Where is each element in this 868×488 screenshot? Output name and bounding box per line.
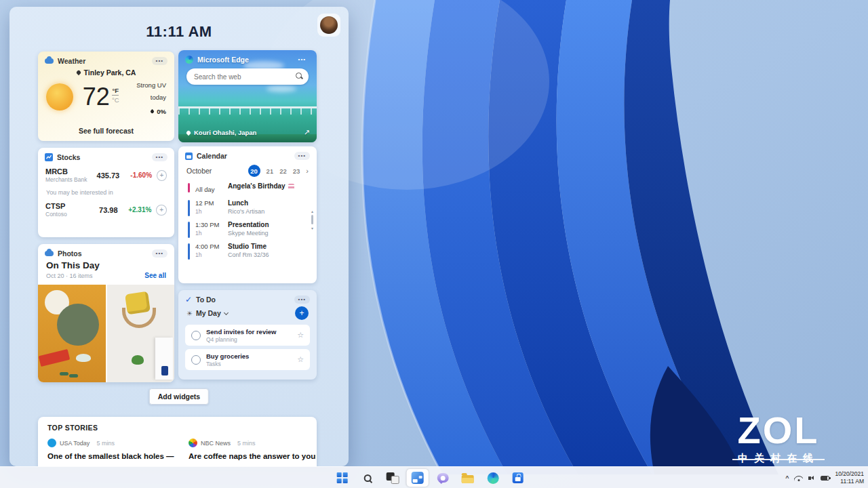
photos-heading: On This Day <box>46 260 100 270</box>
event-title: Studio Time <box>228 243 269 250</box>
photo-thumbnail[interactable] <box>38 285 106 382</box>
event-duration: 1h <box>195 230 222 237</box>
stock-add-button[interactable]: + <box>156 205 167 216</box>
stock-row[interactable]: MRCB Merchants Bank 435.73 -1.60% + <box>38 167 174 183</box>
todo-widget[interactable]: ✓ To Do ••• ☀ My Day + Send invites for … <box>178 290 317 380</box>
weather-cloud-icon <box>45 58 54 64</box>
stock-row[interactable]: CTSP Contoso 73.98 +2.31% + <box>38 202 174 218</box>
weather-widget[interactable]: Weather ••• Tinley Park, CA 72 °F °C Str… <box>38 52 174 141</box>
event-time: 12 PM <box>195 199 222 207</box>
todo-list-selector[interactable]: ☀ My Day + <box>178 306 317 320</box>
search-button[interactable] <box>357 469 378 487</box>
stock-ticker: MRCB <box>45 167 92 176</box>
expand-icon[interactable]: ↗ <box>304 128 310 137</box>
scroll-thumb[interactable] <box>311 215 313 224</box>
volume-icon[interactable] <box>808 475 815 481</box>
start-button[interactable] <box>332 469 353 487</box>
event-time: 1:30 PM <box>195 221 222 228</box>
edge-search-input[interactable] <box>186 68 309 85</box>
photo-location-pin-icon <box>186 129 191 135</box>
see-all-link[interactable]: See all <box>144 272 166 279</box>
taskbar-clock[interactable]: 10/20/2021 11:11 AM <box>835 470 864 485</box>
wifi-icon[interactable] <box>794 475 803 481</box>
todo-task-row[interactable]: Buy groceries Tasks ☆ <box>185 349 310 370</box>
news-story[interactable]: USA Today 5 mins One of the smallest bla… <box>47 439 175 460</box>
task-view-button[interactable] <box>382 469 403 487</box>
battery-icon[interactable] <box>821 476 829 481</box>
microsoft-store-button[interactable] <box>507 469 529 487</box>
task-checkbox[interactable] <box>191 331 201 340</box>
story-headline[interactable]: One of the smallest black holes — and <box>47 452 175 460</box>
hidden-icons-chevron[interactable]: ^ <box>785 474 789 481</box>
todo-list-name: My Day <box>196 309 221 317</box>
task-star-icon[interactable]: ☆ <box>297 331 304 340</box>
panel-clock: 11:11 AM <box>9 23 349 41</box>
stock-ticker: CTSP <box>45 202 94 210</box>
calendar-scrollbar[interactable]: ▴ ▾ <box>311 209 313 230</box>
top-stories-header: TOP STORIES <box>47 424 307 432</box>
todo-task-row[interactable]: Send invites for review Q4 planning ☆ <box>185 325 310 346</box>
stocks-title: Stocks <box>57 153 80 161</box>
calendar-event[interactable]: 1:30 PM 1h Presentation Skype Meeting <box>188 221 317 238</box>
stocks-menu-button[interactable]: ••• <box>152 153 167 161</box>
calendar-menu-button[interactable]: ••• <box>294 152 310 160</box>
story-headline[interactable]: Are coffee naps the answer to your <box>189 452 316 460</box>
scroll-down-icon[interactable]: ▾ <box>311 226 313 230</box>
widgets-button[interactable] <box>407 469 429 487</box>
date-pill-selected[interactable]: 20 <box>248 165 260 177</box>
news-story[interactable]: NBC News 5 mins Are coffee naps the answ… <box>189 439 316 460</box>
stock-add-button[interactable]: + <box>157 170 167 181</box>
taskbar-time: 11:11 AM <box>835 478 864 485</box>
calendar-widget[interactable]: Calendar ••• October 20 21 22 23 › All d… <box>178 146 317 283</box>
calendar-event[interactable]: 12 PM 1h Lunch Rico's Artisan <box>188 199 317 216</box>
task-star-icon[interactable]: ☆ <box>297 355 304 364</box>
system-tray[interactable]: ^ 10/20/2021 11:11 AM <box>785 467 864 488</box>
photo-thumbnail[interactable] <box>107 285 175 382</box>
date-pill[interactable]: 22 <box>279 167 287 175</box>
calendar-event[interactable]: 4:00 PM 1h Studio Time Conf Rm 32/36 <box>188 243 317 260</box>
desktop: ZOL 中关村在线 11:11 AM Weather ••• Tinley Pa… <box>0 0 868 488</box>
todo-title: To Do <box>196 296 216 304</box>
add-widgets-button[interactable]: Add widgets <box>149 388 209 405</box>
todo-menu-button[interactable]: ••• <box>294 296 310 304</box>
stock-price: 73.98 <box>99 206 118 214</box>
top-stories-card: TOP STORIES USA Today 5 mins One of the … <box>38 417 317 466</box>
windows-logo-icon <box>337 472 348 483</box>
unit-celsius[interactable]: °C <box>112 96 119 104</box>
profile-avatar-button[interactable] <box>317 14 340 37</box>
story-source: USA Today <box>60 440 90 447</box>
stock-price: 435.73 <box>97 171 120 180</box>
task-title: Buy groceries <box>206 352 249 360</box>
edge-widget[interactable]: Microsoft Edge ••• Kouri Ohashi, Japan ↗ <box>178 50 317 142</box>
weather-location: Tinley Park, CA <box>84 68 136 77</box>
add-task-button[interactable]: + <box>295 306 309 320</box>
edge-browser-button[interactable] <box>482 469 504 487</box>
task-checkbox[interactable] <box>191 355 201 365</box>
date-pill[interactable]: 23 <box>293 167 300 175</box>
event-title: Angela's Birthday <box>228 182 285 190</box>
event-title: Lunch <box>228 199 264 207</box>
sun-icon <box>46 83 73 110</box>
stocks-widget[interactable]: Stocks ••• MRCB Merchants Bank 435.73 -1… <box>38 148 174 237</box>
search-icon <box>296 73 302 79</box>
scroll-up-icon[interactable]: ▴ <box>311 209 313 214</box>
taskbar: ^ 10/20/2021 11:11 AM <box>0 466 868 488</box>
see-full-forecast-link[interactable]: See full forecast <box>38 127 174 135</box>
weather-menu-button[interactable]: ••• <box>152 57 167 65</box>
photos-menu-button[interactable]: ••• <box>152 249 167 258</box>
event-subtitle: Rico's Artisan <box>228 208 264 215</box>
my-day-sun-icon: ☀ <box>186 310 193 317</box>
photo-collage <box>38 285 174 382</box>
edge-menu-button[interactable]: ••• <box>294 56 310 64</box>
file-explorer-button[interactable] <box>457 469 479 487</box>
unit-fahrenheit[interactable]: °F <box>112 87 119 96</box>
date-pill[interactable]: 21 <box>267 167 274 175</box>
photos-widget[interactable]: Photos ••• On This Day Oct 20 · 16 items… <box>38 244 174 382</box>
story-time: 5 mins <box>96 440 115 447</box>
calendar-event[interactable]: All day Angela's Birthday <box>188 182 317 195</box>
zol-subtitle: 中关村在线 <box>736 452 821 465</box>
chat-button[interactable] <box>432 469 454 487</box>
edge-icon <box>487 472 498 484</box>
chevron-right-icon[interactable]: › <box>306 167 309 175</box>
zol-watermark: ZOL 中关村在线 <box>736 411 821 465</box>
